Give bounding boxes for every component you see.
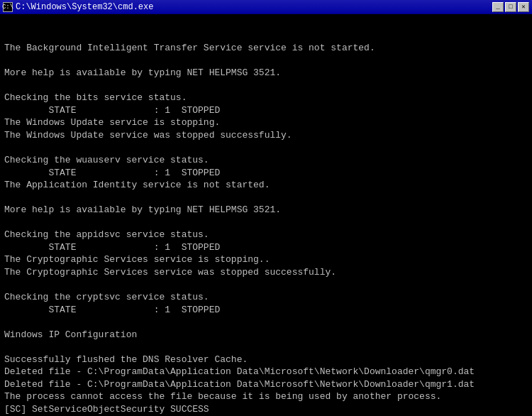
terminal-line xyxy=(4,217,528,229)
terminal-line: STATE : 1 STOPPED xyxy=(4,304,528,317)
terminal-line: Deleted file - C:\ProgramData\Applicatio… xyxy=(4,366,528,378)
terminal-line: The Application Identity service is not … xyxy=(4,179,528,192)
terminal-line: Successfully flushed the DNS Resolver Ca… xyxy=(4,354,528,366)
terminal-line xyxy=(4,55,528,67)
close-button[interactable]: ✕ xyxy=(518,2,529,12)
terminal-line xyxy=(4,341,528,354)
terminal-line: STATE : 1 STOPPED xyxy=(4,241,528,254)
terminal-line: The Windows Update service was stopped s… xyxy=(4,129,528,142)
terminal-line: Checking the cryptsvc service status. xyxy=(4,291,528,304)
maximize-button[interactable]: □ xyxy=(505,2,516,12)
terminal-line: [SC] SetServiceObjectSecurity SUCCESS xyxy=(4,403,528,416)
terminal-line: STATE : 1 STOPPED xyxy=(4,104,528,117)
terminal-line xyxy=(4,278,528,291)
terminal-line: The Cryptographic Services service was s… xyxy=(4,266,528,279)
title-bar-left: C:\ C:\Windows\System32\cmd.exe xyxy=(3,2,153,12)
terminal-line: The Cryptographic Services service is st… xyxy=(4,253,528,266)
title-bar-controls: _ □ ✕ xyxy=(492,2,529,12)
terminal-line: More help is available by typing NET HEL… xyxy=(4,204,528,217)
cmd-icon: C:\ xyxy=(3,2,13,12)
title-bar: C:\ C:\Windows\System32\cmd.exe _ □ ✕ xyxy=(0,0,532,14)
terminal-line: Deleted file - C:\ProgramData\Applicatio… xyxy=(4,378,528,391)
terminal-line: Checking the bits service status. xyxy=(4,92,528,104)
minimize-button[interactable]: _ xyxy=(492,2,504,12)
window-title: C:\Windows\System32\cmd.exe xyxy=(16,2,153,12)
terminal-line: Checking the appidsvc service status. xyxy=(4,229,528,241)
window-container: C:\ C:\Windows\System32\cmd.exe _ □ ✕ Th… xyxy=(0,0,532,416)
terminal-line: STATE : 1 STOPPED xyxy=(4,167,528,180)
terminal-line xyxy=(4,192,528,204)
terminal-line: The Windows Update service is stopping. xyxy=(4,116,528,129)
terminal-line: Windows IP Configuration xyxy=(4,329,528,341)
terminal-line xyxy=(4,80,528,92)
terminal-line xyxy=(4,316,528,329)
terminal-line: More help is available by typing NET HEL… xyxy=(4,67,528,80)
terminal-line: The process cannot access the file becau… xyxy=(4,390,528,403)
terminal-line: The Background Intelligent Transfer Serv… xyxy=(4,42,528,55)
terminal-output: The Background Intelligent Transfer Serv… xyxy=(0,14,532,416)
terminal-line: Checking the wuauserv service status. xyxy=(4,154,528,167)
terminal-line xyxy=(4,141,528,154)
